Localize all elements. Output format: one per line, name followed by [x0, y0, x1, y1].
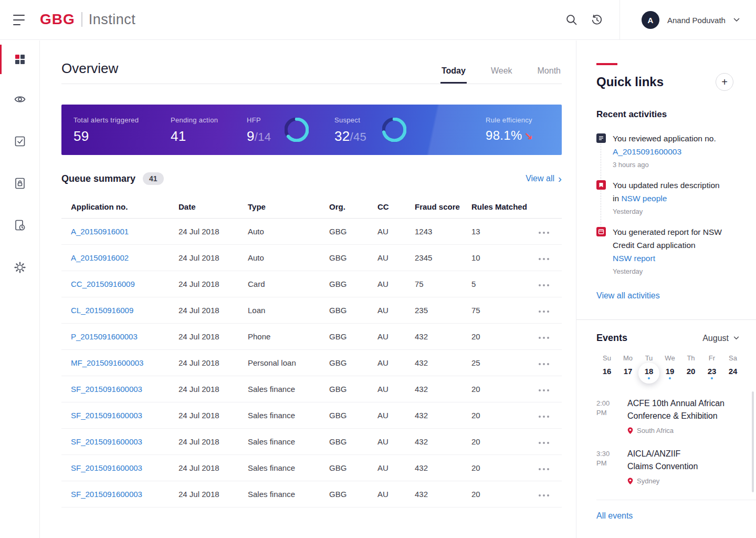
application-link[interactable]: SF_2015091600003	[71, 385, 142, 394]
sidebar-item-tasks[interactable]	[0, 120, 39, 162]
calendar-day[interactable]: We 19	[659, 354, 680, 384]
all-events-link[interactable]: All events	[596, 511, 633, 521]
top-bar: GBG Instinct A Anand Poduvath	[0, 0, 756, 40]
row-actions-button[interactable]	[537, 387, 551, 394]
cell-rules-matched: 5	[471, 271, 537, 297]
application-link[interactable]: A_20150916002	[71, 253, 129, 262]
cell-fraud-score: 432	[415, 350, 471, 376]
row-actions-button[interactable]	[537, 255, 551, 263]
recent-activities-title: Recent activities	[596, 109, 756, 120]
event-item[interactable]: 3:30 PM AICLA/ANZIIFClaims Convention Sy…	[596, 448, 749, 485]
sidebar-item-security[interactable]	[0, 162, 39, 204]
cell-org: GBG	[329, 429, 377, 455]
cell-date: 24 Jul 2018	[178, 324, 248, 350]
calendar-day[interactable]: Th 20	[680, 354, 701, 384]
cell-type: Sales finance	[248, 429, 329, 455]
activity-link[interactable]: A_2015091600003	[613, 145, 681, 158]
header-divider	[620, 0, 620, 40]
cell-org: GBG	[329, 481, 377, 508]
row-actions-button[interactable]	[537, 492, 551, 499]
view-all-activities-link[interactable]: View all activities	[596, 291, 660, 301]
table-row: SF_2015091600003 24 Jul 2018 Sales finan…	[61, 455, 562, 481]
row-actions-button[interactable]	[537, 308, 551, 315]
tab-today[interactable]: Today	[440, 66, 467, 84]
cell-cc: AU	[377, 350, 415, 376]
chevron-down-icon	[733, 336, 739, 340]
row-actions-button[interactable]	[537, 439, 551, 447]
calendar-day[interactable]: Mo 17	[617, 354, 638, 384]
cell-date: 24 Jul 2018	[178, 376, 248, 402]
cell-date: 24 Jul 2018	[178, 481, 248, 508]
eye-icon	[14, 93, 26, 106]
calendar-day-selected[interactable]: Tu 18	[638, 354, 659, 384]
event-item[interactable]: 2:00 PM ACFE 10th Annual AfricanConferen…	[596, 397, 749, 434]
add-quick-link-button[interactable]: +	[716, 73, 733, 91]
application-link[interactable]: SF_2015091600003	[71, 490, 142, 499]
stat-total-alerts: Total alerts triggered 59	[74, 116, 139, 144]
chevron-right-icon: ›	[558, 173, 562, 184]
cell-org: GBG	[329, 455, 377, 481]
row-actions-button[interactable]	[537, 229, 551, 236]
calendar-day[interactable]: Fr 23	[701, 354, 722, 384]
recent-activities-list: You reviewed application no. A_201509160…	[596, 132, 756, 275]
sidebar-item-dashboard[interactable]	[0, 40, 39, 78]
events-title: Events	[596, 333, 702, 344]
calendar-strip: Su 16 Mo 17 Tu 18 We 19 Th 20 Fr 23	[596, 354, 742, 384]
sidebar-item-reports[interactable]	[0, 204, 39, 246]
application-link[interactable]: CC_20150916009	[71, 280, 135, 288]
cell-org: GBG	[329, 245, 377, 271]
col-org: Org.	[329, 196, 377, 219]
application-link[interactable]: MF_2015091600003	[71, 358, 143, 367]
events-scrollbar[interactable]	[752, 391, 754, 492]
view-all-link[interactable]: View all ›	[526, 174, 562, 184]
application-link[interactable]: A_20150916001	[71, 227, 129, 236]
row-actions-button[interactable]	[537, 282, 551, 289]
row-actions-button[interactable]	[537, 413, 551, 420]
report-icon	[596, 227, 606, 236]
row-actions-button[interactable]	[537, 334, 551, 342]
search-icon[interactable]	[565, 14, 578, 26]
cell-rules-matched: 13	[471, 219, 537, 245]
queue-table: Application no. Date Type Org. CC Fraud …	[61, 196, 562, 508]
activity-item: You updated rules description in NSW peo…	[596, 179, 748, 215]
activity-time: Yesterday	[613, 208, 720, 215]
sidebar-item-settings[interactable]	[0, 246, 39, 288]
user-menu[interactable]: A Anand Poduvath	[642, 11, 740, 29]
row-actions-button[interactable]	[537, 465, 551, 473]
tab-month[interactable]: Month	[537, 66, 562, 84]
history-icon[interactable]	[591, 14, 603, 26]
row-actions-button[interactable]	[537, 360, 551, 368]
quick-links-accent	[596, 63, 617, 65]
col-rules-matched: Rules Matched	[471, 196, 537, 219]
dashboard-icon	[14, 54, 26, 65]
menu-icon[interactable]	[13, 15, 26, 25]
active-indicator	[0, 45, 2, 74]
table-row: A_20150916001 24 Jul 2018 Auto GBG AU 12…	[61, 219, 562, 245]
activity-text: in NSW people	[613, 192, 720, 205]
month-dropdown[interactable]: August	[702, 334, 739, 343]
sidebar-item-monitoring[interactable]	[0, 78, 39, 120]
tab-week[interactable]: Week	[490, 66, 513, 84]
application-link[interactable]: SF_2015091600003	[71, 411, 142, 420]
cell-date: 24 Jul 2018	[178, 350, 248, 376]
avatar[interactable]: A	[642, 11, 659, 29]
cell-type: Sales finance	[248, 376, 329, 402]
application-link[interactable]: CL_20150916009	[71, 306, 133, 315]
calendar-day[interactable]: Sa 24	[722, 354, 743, 384]
cell-cc: AU	[377, 455, 415, 481]
cell-cc: AU	[377, 429, 415, 455]
application-link[interactable]: P_2015091600003	[71, 332, 138, 341]
cell-fraud-score: 1243	[415, 219, 471, 245]
application-link[interactable]: SF_2015091600003	[71, 437, 142, 446]
table-row: SF_2015091600003 24 Jul 2018 Sales finan…	[61, 429, 562, 455]
col-cc: CC	[377, 196, 415, 219]
calendar-day[interactable]: Su 16	[596, 354, 617, 384]
activity-link[interactable]: NSW report	[613, 252, 655, 265]
application-link[interactable]: SF_2015091600003	[71, 463, 142, 472]
activity-link[interactable]: NSW people	[621, 194, 667, 203]
cell-fraud-score: 235	[415, 297, 471, 324]
table-row: SF_2015091600003 24 Jul 2018 Sales finan…	[61, 376, 562, 402]
table-header-row: Application no. Date Type Org. CC Fraud …	[61, 196, 562, 219]
cell-cc: AU	[377, 481, 415, 508]
cell-org: GBG	[329, 271, 377, 297]
